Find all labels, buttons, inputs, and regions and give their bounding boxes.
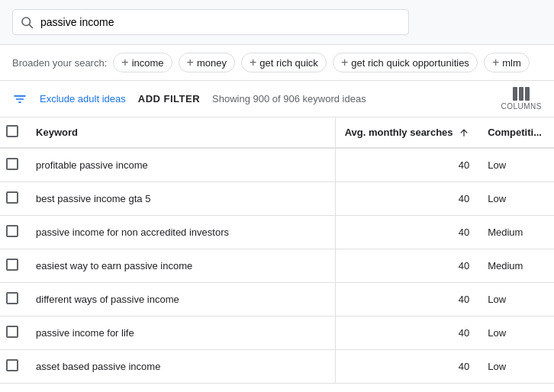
plus-icon-grq: + [250, 56, 256, 69]
table-row: best passive income gta 5 40 Low [0, 182, 554, 216]
plus-icon-money: + [187, 56, 194, 69]
columns-icon [513, 87, 530, 101]
plus-icon-income: + [121, 56, 128, 69]
keyword-cell: easiest way to earn passive income [27, 249, 335, 283]
showing-text: Showing 900 of 906 keyword ideas [212, 93, 488, 104]
competition-header: Competiti... [478, 117, 554, 148]
table-row: passive income for life 40 Low [0, 316, 554, 350]
keyword-cell: passive income for non accredited invest… [27, 216, 335, 249]
filter-row: Exclude adult ideas ADD FILTER Showing 9… [0, 81, 554, 117]
columns-button[interactable]: COLUMNS [501, 87, 542, 111]
searches-cell: 40 [336, 249, 478, 283]
competition-cell: Medium [478, 249, 554, 283]
keyword-cell: best passive income gta 5 [27, 182, 335, 216]
searches-header[interactable]: Avg. monthly searches [336, 117, 478, 148]
searches-cell: 40 [336, 216, 478, 249]
competition-cell: Low [478, 148, 554, 182]
pill-income-label: income [132, 57, 164, 69]
row-checkbox-cell[interactable] [0, 148, 27, 182]
sort-up-icon [459, 127, 469, 138]
pill-money-label: money [197, 57, 227, 69]
competition-cell: Low [478, 283, 554, 316]
row-checkbox[interactable] [6, 292, 18, 304]
columns-label: COLUMNS [501, 102, 542, 111]
pill-get-rich-quick[interactable]: + get rich quick [241, 53, 327, 72]
search-input[interactable] [12, 9, 409, 35]
row-checkbox-cell[interactable] [0, 182, 27, 216]
keyword-cell: asset based passive income [27, 350, 335, 384]
select-all-checkbox[interactable] [6, 125, 18, 137]
searches-cell: 40 [336, 148, 478, 182]
keyword-table-wrap: Keyword Avg. monthly searches Competiti.… [0, 117, 554, 384]
add-filter-button[interactable]: ADD FILTER [138, 93, 200, 104]
row-checkbox[interactable] [6, 191, 18, 204]
row-checkbox[interactable] [6, 359, 18, 371]
pill-money[interactable]: + money [179, 53, 235, 72]
table-row: profitable passive income 40 Low [0, 148, 554, 182]
search-input-wrap[interactable] [12, 9, 409, 35]
filter-icon [12, 92, 27, 107]
pill-grqo-label: get rich quick opportunities [351, 57, 469, 69]
table-row: passive income for non accredited invest… [0, 216, 554, 249]
competition-cell: Low [478, 182, 554, 216]
pill-get-rich-quick-opp[interactable]: + get rich quick opportunities [333, 53, 478, 72]
row-checkbox-cell[interactable] [0, 350, 27, 384]
pill-income[interactable]: + income [113, 53, 172, 72]
row-checkbox[interactable] [6, 225, 18, 237]
keyword-cell: passive income for life [27, 316, 335, 350]
plus-icon-grqo: + [341, 56, 348, 69]
competition-cell: Low [478, 316, 554, 350]
table-row: easiest way to earn passive income 40 Me… [0, 249, 554, 283]
row-checkbox-cell[interactable] [0, 283, 27, 316]
competition-cell: Low [478, 350, 554, 384]
keyword-table: Keyword Avg. monthly searches Competiti.… [0, 117, 554, 384]
broaden-row: Broaden your search: + income + money + … [0, 45, 554, 81]
searches-cell: 40 [336, 283, 478, 316]
search-bar [0, 0, 554, 45]
broaden-label: Broaden your search: [12, 57, 107, 69]
searches-cell: 40 [336, 182, 478, 216]
pill-grq-label: get rich quick [259, 57, 318, 69]
row-checkbox[interactable] [6, 259, 18, 271]
competition-cell: Medium [478, 216, 554, 249]
row-checkbox[interactable] [6, 158, 18, 170]
pill-mlm-label: mlm [502, 57, 521, 69]
row-checkbox-cell[interactable] [0, 216, 27, 249]
searches-cell: 40 [336, 350, 478, 384]
searches-cell: 40 [336, 316, 478, 350]
plus-icon-mlm: + [492, 56, 499, 69]
exclude-adult-button[interactable]: Exclude adult ideas [40, 93, 126, 104]
keyword-header: Keyword [27, 117, 335, 148]
row-checkbox-cell[interactable] [0, 316, 27, 350]
table-row: different ways of passive income 40 Low [0, 283, 554, 316]
row-checkbox[interactable] [6, 326, 18, 338]
pill-mlm[interactable]: + mlm [484, 53, 530, 72]
row-checkbox-cell[interactable] [0, 249, 27, 283]
keyword-cell: different ways of passive income [27, 283, 335, 316]
select-all-header[interactable] [0, 117, 27, 148]
table-row: asset based passive income 40 Low [0, 350, 554, 384]
keyword-cell: profitable passive income [27, 148, 335, 182]
